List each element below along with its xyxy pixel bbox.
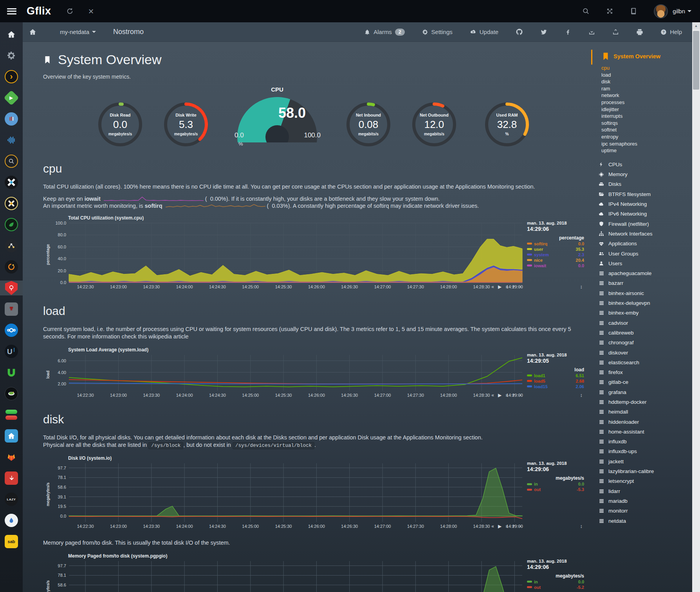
gitlab-icon[interactable]	[0, 450, 23, 464]
used-ram-gauge[interactable]: Used RAM32.8%	[484, 101, 530, 148]
toc-section-ipv6-networking[interactable]: IPv6 Networking	[598, 209, 689, 219]
update-button[interactable]: Update	[470, 29, 498, 35]
toc-subitem-idlejitter[interactable]: idlejitter	[601, 106, 689, 113]
toc-subitem-softirqs[interactable]: softirqs	[601, 120, 689, 127]
monitorr-icon[interactable]	[0, 407, 23, 422]
home-assistant-icon[interactable]	[0, 428, 23, 443]
legend-row-nice[interactable]: nice20.4	[527, 258, 584, 263]
facebook-icon[interactable]	[565, 29, 571, 35]
jackett-icon[interactable]	[0, 154, 23, 169]
download-icon[interactable]	[588, 29, 595, 35]
toc-app-monitorr[interactable]: monitorr	[598, 506, 689, 516]
unifi-icon[interactable]: U❘	[0, 344, 23, 359]
refresh-icon[interactable]	[66, 7, 74, 15]
home-icon[interactable]	[0, 27, 23, 42]
sabnzbd-icon[interactable]: sab	[0, 534, 23, 549]
legend-row-softirq[interactable]: softirq0.0	[527, 241, 584, 246]
krusader-icon[interactable]	[0, 302, 23, 317]
toc-subitem-uptime[interactable]: uptime	[601, 147, 689, 154]
play-button[interactable]: ▶	[498, 392, 502, 398]
toc-subitem-load[interactable]: load	[601, 72, 689, 79]
pan-right-button[interactable]: »	[505, 392, 508, 398]
fullscreen-icon[interactable]	[606, 7, 613, 15]
toc-section-cpus[interactable]: CPUs	[598, 160, 689, 169]
net-outbound-gauge[interactable]: Net Outbound12.0megabits/s	[411, 101, 458, 148]
toc-app-influxdb-ups[interactable]: influxdb-ups	[598, 446, 689, 456]
red-download-icon[interactable]	[0, 471, 23, 486]
legend-row-load1[interactable]: load16.51	[527, 373, 584, 378]
toc-subitem-ipc-semaphores[interactable]: ipc semaphores	[601, 140, 689, 148]
toc-app-lidarr[interactable]: lidarr	[598, 486, 689, 496]
toc-section-btrfs-filesystem[interactable]: BTRFS filesystem	[598, 189, 689, 199]
legend-row-load5[interactable]: load52.68	[527, 379, 584, 383]
chart-plot-area[interactable]: 0.019.539.158.678.197.714:22:3014:23:001…	[50, 559, 525, 592]
toc-heading[interactable]: System Overview	[598, 52, 689, 61]
toc-section-network-interfaces[interactable]: Network Interfaces	[598, 229, 689, 239]
pan-left-button[interactable]: «	[491, 524, 494, 529]
toc-subitem-ram[interactable]: ram	[601, 85, 689, 92]
toc-app-home-assistant[interactable]: home-assistant	[598, 427, 689, 437]
legend-row-user[interactable]: user35.3	[527, 247, 584, 252]
dish-icon[interactable]	[0, 386, 23, 401]
legend-row-iowait[interactable]: iowait0.0	[527, 263, 584, 268]
github-icon[interactable]	[516, 28, 523, 36]
toc-subitem-processes[interactable]: processes	[601, 99, 689, 106]
settings-button[interactable]: Settings	[422, 29, 453, 35]
legend-row-system[interactable]: system2.3	[527, 252, 584, 257]
toc-app-binhex-delugevpn[interactable]: binhex-delugevpn	[598, 298, 689, 308]
toc-section-ipv4-networking[interactable]: IPv4 Networking	[598, 199, 689, 209]
deluge-icon[interactable]	[0, 513, 23, 528]
legend-row-out[interactable]: out-5.3	[527, 487, 584, 492]
toc-app-chronograf[interactable]: chronograf	[598, 338, 689, 347]
toc-subitem-disk[interactable]: disk	[601, 78, 689, 85]
toc-subitem-interrupts[interactable]: interrupts	[601, 113, 689, 120]
toc-app-binhex-airsonic[interactable]: binhex-airsonic	[598, 288, 689, 298]
scrollbar-up-arrow[interactable]: ▲	[692, 22, 700, 29]
toc-subitem-cpu[interactable]: cpu	[601, 65, 689, 72]
plex-icon[interactable]: ›	[0, 69, 23, 84]
emby-icon[interactable]: ▶	[0, 90, 23, 105]
search-icon[interactable]	[582, 7, 590, 15]
print-icon[interactable]	[636, 29, 643, 36]
leaf-icon[interactable]	[0, 217, 23, 232]
close-icon[interactable]: ×	[88, 7, 94, 16]
toc-subitem-softnet[interactable]: softnet	[601, 126, 689, 133]
legend-row-in[interactable]: in0.0	[527, 579, 584, 584]
toc-app-grafana[interactable]: grafana	[598, 387, 689, 397]
play-button[interactable]: ▶	[498, 284, 502, 290]
play-button[interactable]: ▶	[498, 524, 502, 529]
hamburger-menu-icon[interactable]	[7, 8, 16, 14]
chart-resize-handle[interactable]: ↕	[580, 284, 583, 290]
cross-yellow-icon[interactable]	[0, 196, 23, 211]
toc-app-binhex-emby[interactable]: binhex-emby	[598, 308, 689, 318]
chart-plot-area[interactable]: 0.019.539.158.678.197.714:22:3014:23:001…	[50, 461, 525, 530]
guide-icon[interactable]	[630, 7, 637, 15]
alarms-button[interactable]: Alarms 2	[364, 29, 404, 36]
toc-section-memory[interactable]: Memory	[598, 169, 689, 179]
pan-left-button[interactable]: «	[491, 392, 494, 398]
toc-section-firewall-netfilter-[interactable]: Firewall (netfilter)	[598, 219, 689, 229]
grafana-icon[interactable]	[0, 259, 23, 274]
toc-app-calibreweb[interactable]: calibreweb	[598, 328, 689, 338]
home-icon[interactable]	[29, 28, 36, 36]
toc-app-lazylibrarian-calibre[interactable]: lazylibrarian-calibre	[598, 466, 689, 476]
zoom-in-button[interactable]: +	[512, 392, 515, 398]
toc-app-jackett[interactable]: jackett	[598, 457, 689, 466]
green-u-icon[interactable]	[0, 365, 23, 380]
nextcloud-icon[interactable]	[0, 323, 23, 338]
cross-white-icon[interactable]	[0, 175, 23, 190]
toc-app-hiddenloader[interactable]: hiddenloader	[598, 417, 689, 426]
chart-plot-area[interactable]: 2.004.006.0014:22:3014:23:0014:23:3014:2…	[50, 353, 525, 399]
toc-app-gitlab-ce[interactable]: gitlab-ce	[598, 377, 689, 387]
chart-resize-handle[interactable]: ↕	[580, 392, 583, 398]
toc-section-applications[interactable]: Applications	[598, 239, 689, 248]
toc-section-disks[interactable]: Disks	[598, 179, 689, 189]
user-menu[interactable]: gilbn	[673, 8, 691, 14]
legend-row-in[interactable]: in0.0	[527, 482, 584, 486]
toc-section-user-groups[interactable]: User Groups	[598, 248, 689, 258]
calibre-icon[interactable]	[0, 112, 23, 126]
toc-app-firefox[interactable]: firefox	[598, 367, 689, 377]
net-inbound-gauge[interactable]: Net Inbound0.08megabits/s	[345, 101, 392, 148]
cpu-gauge[interactable]: CPU58.00.0%100.0	[232, 86, 322, 148]
server-dropdown[interactable]: my-netdata	[60, 29, 96, 35]
